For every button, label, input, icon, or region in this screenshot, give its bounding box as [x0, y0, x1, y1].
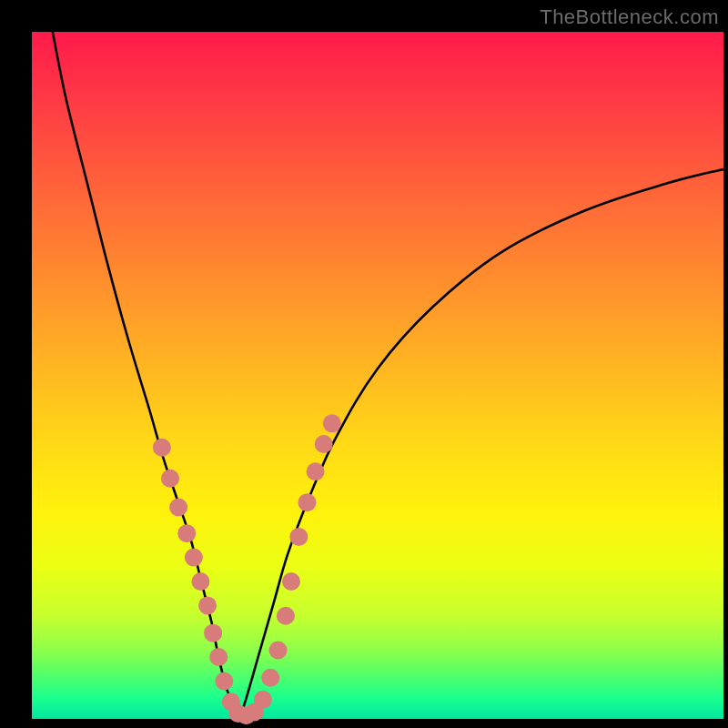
left-curve-path — [53, 32, 239, 719]
marker-point — [261, 669, 279, 687]
marker-point — [254, 691, 272, 709]
marker-point — [215, 672, 233, 690]
marker-point — [161, 470, 179, 488]
marker-point — [169, 498, 187, 516]
marker-point — [153, 439, 171, 457]
marker-point — [298, 493, 316, 511]
marker-point — [198, 596, 217, 614]
marker-point — [307, 462, 325, 480]
markers-group — [153, 414, 341, 724]
watermark-label: TheBottleneck.com — [540, 5, 719, 29]
marker-point — [315, 435, 333, 453]
marker-point — [282, 572, 300, 591]
right-curve-path — [239, 169, 723, 719]
marker-point — [185, 549, 203, 567]
marker-point — [269, 642, 288, 660]
marker-point — [204, 624, 222, 642]
marker-point — [289, 528, 308, 546]
chart-overlay — [32, 32, 723, 719]
marker-point — [277, 607, 295, 625]
marker-point — [209, 648, 228, 666]
chart-frame: TheBottleneck.com — [0, 0, 728, 728]
marker-point — [177, 524, 196, 542]
marker-point — [323, 414, 341, 432]
marker-point — [191, 572, 209, 591]
curve-group — [53, 32, 723, 719]
